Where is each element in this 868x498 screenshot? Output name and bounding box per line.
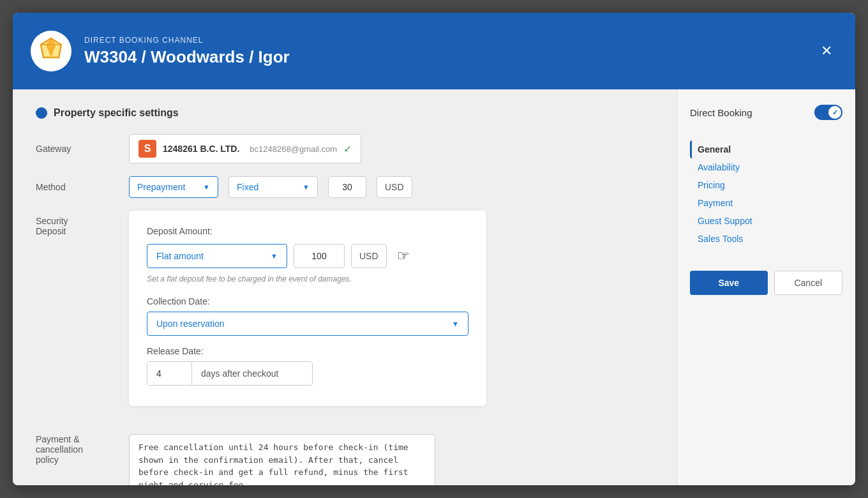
property-settings-title: Property specific settings [54, 107, 179, 119]
cursor-pointer-icon: ☞ [397, 248, 410, 264]
gateway-name: 1248261 B.C. LTD. [163, 144, 239, 154]
method-type-value: Fixed [237, 182, 258, 192]
flat-amount-label: Flat amount [156, 251, 204, 261]
method-fixed-select[interactable]: Fixed ▼ [228, 176, 318, 198]
toggle-check-icon: ✓ [832, 109, 838, 117]
modal-container: DIRECT BOOKING CHANNEL W3304 / Woodwards… [13, 13, 855, 485]
logo-icon [38, 36, 64, 66]
release-input-row: days after checkout [147, 361, 313, 386]
amount-currency: USD [351, 244, 387, 268]
release-date-label: Release Date: [147, 346, 468, 356]
chevron-down-icon-2: ▼ [303, 183, 310, 191]
sidebar-item-general[interactable]: General [690, 140, 842, 158]
direct-booking-toggle-row: Direct Booking ✓ [690, 105, 842, 120]
sidebar-item-availability[interactable]: Availability [690, 158, 842, 176]
modal-header: DIRECT BOOKING CHANNEL W3304 / Woodwards… [13, 13, 855, 89]
gateway-label: Gateway [36, 144, 119, 154]
policy-textarea[interactable]: Free cancellation until 24 hours before … [129, 434, 435, 485]
save-button[interactable]: Save [690, 271, 768, 295]
release-days-suffix: days after checkout [192, 362, 287, 385]
payment-label: Payment & cancellation policy [36, 434, 119, 465]
modal-body: Property specific settings Gateway S 124… [13, 89, 855, 485]
direct-booking-toggle[interactable]: ✓ [814, 105, 842, 120]
sidebar-item-payment[interactable]: Payment [690, 194, 842, 212]
release-days-input[interactable] [147, 362, 192, 385]
method-value: Prepayment [137, 182, 185, 192]
main-content: Property specific settings Gateway S 124… [13, 89, 677, 485]
upon-reservation-select[interactable]: Upon reservation ▼ [147, 312, 468, 336]
gateway-row: Gateway S 1248261 B.C. LTD. bc1248268@gm… [36, 134, 654, 163]
sidebar-item-guest-support[interactable]: Guest Suppot [690, 212, 842, 230]
amount-input[interactable] [294, 244, 345, 268]
security-deposit-row: Security Deposit Deposit Amount: Flat am… [36, 211, 654, 421]
deposit-hint: Set a flat deposit fee to be charged in … [147, 275, 468, 283]
header-title: W3304 / Woodwards / Igor [84, 47, 290, 67]
collection-date-value: Upon reservation [156, 319, 225, 329]
collection-date-label: Collection Date: [147, 296, 468, 306]
header-text: DIRECT BOOKING CHANNEL W3304 / Woodwards… [84, 36, 290, 67]
deposit-amount-row: Flat amount ▼ USD ☞ [147, 244, 468, 268]
deposit-amount-label: Deposit Amount: [147, 226, 468, 236]
direct-booking-label: Direct Booking [690, 107, 752, 118]
method-label: Method [36, 182, 119, 192]
method-number[interactable]: 30 [328, 176, 366, 198]
sidebar-item-pricing[interactable]: Pricing [690, 176, 842, 194]
logo-circle [31, 31, 71, 72]
property-dot [36, 107, 47, 119]
header-channel: DIRECT BOOKING CHANNEL [84, 36, 290, 45]
gateway-check-icon: ✓ [343, 143, 352, 155]
method-currency: USD [377, 176, 412, 198]
release-date-row: Release Date: days after checkout [147, 346, 468, 386]
property-header: Property specific settings [36, 107, 654, 119]
header-left: DIRECT BOOKING CHANNEL W3304 / Woodwards… [31, 31, 290, 72]
chevron-down-icon: ▼ [203, 183, 210, 191]
sidebar-buttons: Save Cancel [690, 271, 842, 295]
sidebar: Direct Booking ✓ General Availability Pr… [677, 89, 855, 485]
toggle-knob: ✓ [828, 106, 841, 119]
method-prepayment-select[interactable]: Prepayment ▼ [129, 176, 218, 198]
security-deposit-card: Deposit Amount: Flat amount ▼ USD ☞ Set … [129, 211, 486, 406]
security-deposit-label: Security Deposit [36, 211, 119, 236]
payment-row: Payment & cancellation policy Free cance… [36, 434, 654, 485]
collection-date-row: Collection Date: Upon reservation ▼ [147, 296, 468, 336]
gateway-initial: S [138, 140, 156, 158]
gateway-box[interactable]: S 1248261 B.C. LTD. bc1248268@gmail.com … [129, 134, 361, 163]
method-row: Method Prepayment ▼ Fixed ▼ 30 USD [36, 176, 654, 198]
cancel-button[interactable]: Cancel [774, 271, 843, 295]
gateway-email: bc1248268@gmail.com [250, 144, 337, 154]
flat-amount-select[interactable]: Flat amount ▼ [147, 244, 287, 268]
chevron-down-icon-3: ▼ [271, 252, 278, 260]
close-button[interactable]: ✕ [816, 40, 837, 62]
sidebar-nav: General Availability Pricing Payment Gue… [690, 140, 842, 248]
chevron-down-icon-4: ▼ [452, 320, 459, 328]
sidebar-item-sales-tools[interactable]: Sales Tools [690, 230, 842, 248]
